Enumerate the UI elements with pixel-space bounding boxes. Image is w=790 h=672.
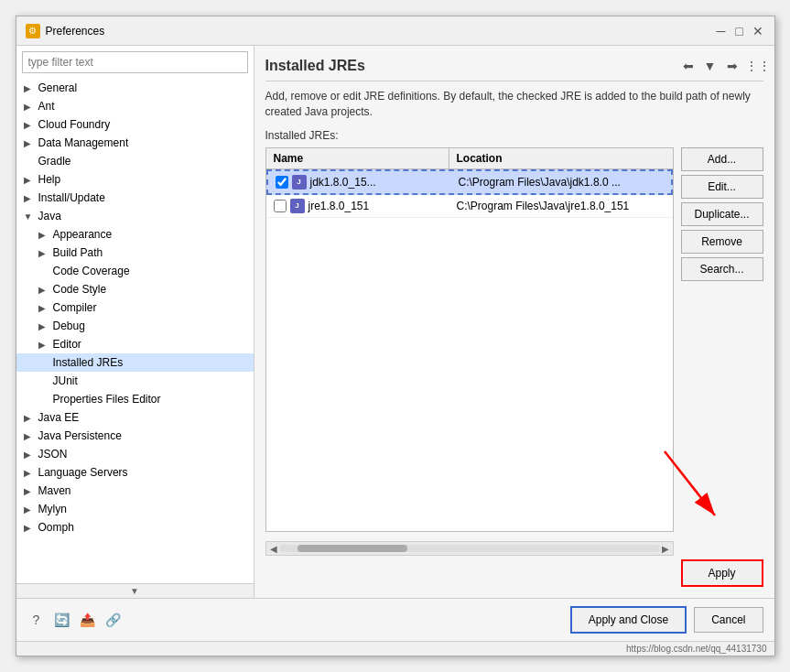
sidebar-item-label: Data Management (38, 136, 129, 149)
search-button[interactable]: Search... (681, 257, 763, 281)
sidebar-item-maven[interactable]: ▶Maven (16, 482, 254, 500)
col-name-header: Name (266, 148, 449, 168)
apply-button[interactable]: Apply (681, 559, 763, 587)
close-button[interactable]: ✕ (751, 24, 765, 38)
tree-arrow: ▶ (38, 230, 49, 240)
sidebar-item-label: Oomph (38, 521, 74, 534)
sidebar-item-gradle[interactable]: Gradle (16, 152, 254, 170)
window-title: Preferences (46, 25, 105, 38)
tree-arrow: ▼ (24, 211, 35, 222)
minimize-button[interactable]: ─ (714, 24, 729, 38)
tree-arrow: ▶ (38, 340, 49, 350)
scroll-left-arrow[interactable]: ◀ (268, 544, 279, 554)
sidebar-item-label: General (38, 81, 78, 94)
add-button[interactable]: Add... (681, 147, 763, 171)
restore-icon[interactable]: 🔄 (53, 611, 71, 629)
sidebar-item-code-coverage[interactable]: Code Coverage (16, 262, 254, 280)
more-options-button[interactable]: ⋮⋮ (745, 57, 763, 75)
sidebar-item-mylyn[interactable]: ▶Mylyn (16, 500, 254, 518)
sidebar-item-label: Help (38, 173, 61, 186)
sidebar-item-properties-files-editor[interactable]: Properties Files Editor (16, 390, 254, 408)
maximize-button[interactable]: □ (732, 24, 747, 38)
sidebar-item-label: Appearance (53, 228, 113, 241)
remove-button[interactable]: Remove (681, 230, 763, 254)
sidebar-item-label: Java EE (38, 411, 80, 424)
sidebar-item-appearance[interactable]: ▶Appearance (16, 225, 254, 244)
tree-arrow: ▶ (24, 120, 35, 130)
sidebar-item-label: Compiler (53, 301, 97, 314)
panel-description: Add, remove or edit JRE definitions. By … (265, 89, 763, 120)
sidebar-item-oomph[interactable]: ▶Oomph (16, 518, 254, 537)
filter-input[interactable] (22, 51, 248, 73)
content-area: ▶General▶Ant▶Cloud Foundry▶Data Manageme… (16, 46, 774, 598)
sidebar-item-install-update[interactable]: ▶Install/Update (16, 189, 254, 207)
main-content-area: Installed JREs ⬅ ▼ ➡ ⋮⋮ Add, remove or e… (254, 46, 774, 598)
link-icon[interactable]: 🔗 (104, 611, 123, 629)
table-with-buttons: Name Location J jdk1.8.0_15... C:\Progra… (265, 147, 763, 556)
col-location-header: Location (449, 148, 673, 168)
apply-close-button[interactable]: Apply and Close (570, 606, 687, 634)
title-bar-left: ⚙ Preferences (26, 24, 105, 38)
sidebar-item-java[interactable]: ▼Java (16, 207, 254, 225)
jre-checkbox[interactable] (274, 200, 287, 212)
sidebar-item-language-servers[interactable]: ▶Language Servers (16, 463, 254, 482)
duplicate-button[interactable]: Duplicate... (681, 202, 763, 226)
sidebar-item-junit[interactable]: JUnit (16, 372, 254, 390)
jre-table: Name Location J jdk1.8.0_15... C:\Progra… (265, 147, 674, 532)
table-row[interactable]: J jdk1.8.0_15... C:\Program Files\Java\j… (266, 169, 673, 195)
cancel-button[interactable]: Cancel (694, 607, 763, 633)
sidebar-item-label: Code Style (53, 283, 107, 296)
scrollbar-thumb[interactable] (298, 545, 407, 552)
sidebar-item-label: Properties Files Editor (53, 393, 161, 406)
sidebar-item-label: JSON (38, 448, 68, 461)
sidebar: ▶General▶Ant▶Cloud Foundry▶Data Manageme… (16, 46, 254, 598)
sidebar-item-java-persistence[interactable]: ▶Java Persistence (16, 427, 254, 445)
sidebar-item-label: Maven (38, 484, 71, 497)
jre-checkbox[interactable] (276, 176, 288, 189)
footer: ? 🔄 📤 🔗 Apply and Close Cancel (16, 598, 774, 641)
table-row[interactable]: J jre1.8.0_151 C:\Program Files\Java\jre… (266, 195, 673, 218)
sidebar-item-ant[interactable]: ▶Ant (16, 97, 254, 115)
sidebar-item-installed-jres[interactable]: Installed JREs (16, 353, 254, 372)
sidebar-item-debug[interactable]: ▶Debug (16, 317, 254, 335)
sidebar-item-editor[interactable]: ▶Editor (16, 335, 254, 353)
panel-nav-buttons: ⬅ ▼ ➡ ⋮⋮ (679, 57, 763, 75)
tree-arrow: ▶ (24, 504, 35, 515)
nav-dropdown[interactable]: ▼ (701, 57, 720, 75)
sidebar-item-label: Build Path (53, 246, 103, 259)
installed-label: Installed JREs: (265, 129, 763, 142)
tree: ▶General▶Ant▶Cloud Foundry▶Data Manageme… (16, 79, 254, 583)
tree-arrow: ▶ (24, 486, 35, 496)
panel-title-text: Installed JREs (265, 58, 365, 74)
tree-arrow: ▶ (24, 431, 35, 441)
jre-name: jre1.8.0_151 (308, 200, 370, 212)
sidebar-item-cloud-foundry[interactable]: ▶Cloud Foundry (16, 115, 254, 134)
sidebar-item-help[interactable]: ▶Help (16, 170, 254, 189)
sidebar-item-compiler[interactable]: ▶Compiler (16, 298, 254, 317)
sidebar-item-java-ee[interactable]: ▶Java EE (16, 408, 254, 427)
sidebar-item-general[interactable]: ▶General (16, 79, 254, 97)
sidebar-item-json[interactable]: ▶JSON (16, 445, 254, 463)
tree-arrow: ▶ (24, 175, 35, 185)
sidebar-item-build-path[interactable]: ▶Build Path (16, 244, 254, 262)
tree-arrow: ▶ (24, 102, 35, 112)
title-bar: ⚙ Preferences ─ □ ✕ (16, 16, 774, 46)
forward-button[interactable]: ➡ (723, 57, 741, 75)
export-icon[interactable]: 📤 (79, 611, 97, 629)
help-icon[interactable]: ? (27, 611, 46, 629)
sidebar-item-code-style[interactable]: ▶Code Style (16, 280, 254, 298)
table-body: J jdk1.8.0_15... C:\Program Files\Java\j… (266, 169, 673, 531)
edit-button[interactable]: Edit... (681, 175, 763, 199)
tree-arrow: ▶ (24, 468, 35, 478)
panel-title: Installed JREs ⬅ ▼ ➡ ⋮⋮ (265, 57, 763, 81)
tree-arrow: ▶ (38, 285, 49, 295)
horizontal-scrollbar[interactable]: ◀ ▶ (265, 541, 674, 556)
scroll-right-arrow[interactable]: ▶ (660, 544, 671, 554)
footer-buttons: Apply and Close Cancel (570, 606, 763, 634)
scrollbar-track[interactable] (279, 545, 660, 552)
tree-arrow: ▶ (38, 303, 49, 313)
sidebar-item-label: JUnit (53, 374, 78, 387)
back-button[interactable]: ⬅ (679, 57, 698, 75)
sidebar-scroll-down[interactable]: ▼ (16, 583, 254, 598)
sidebar-item-data-management[interactable]: ▶Data Management (16, 134, 254, 152)
